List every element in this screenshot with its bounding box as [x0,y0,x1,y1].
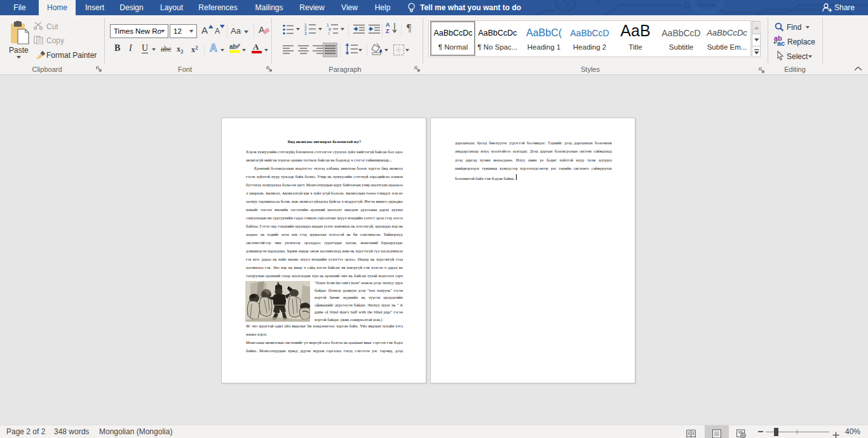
svg-text:3: 3 [304,31,307,36]
svg-text:i: i [329,31,329,36]
